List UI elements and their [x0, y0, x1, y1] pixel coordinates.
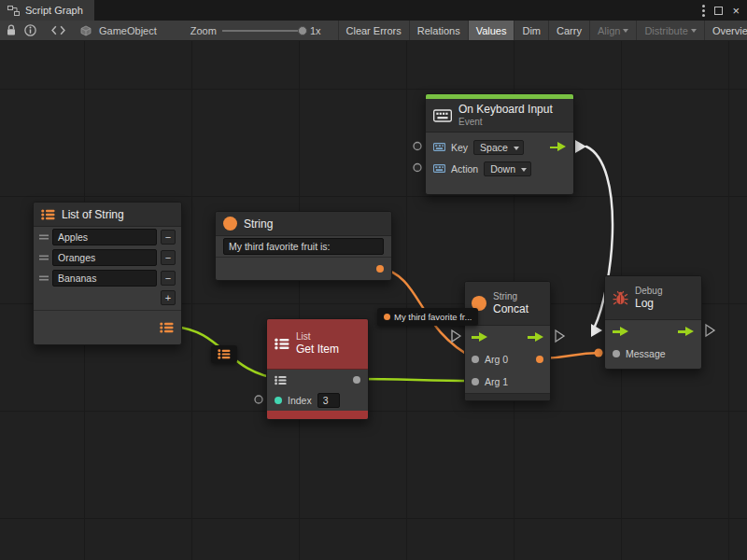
node-header[interactable]: List of String: [34, 203, 181, 227]
node-header[interactable]: On Keyboard Input Event: [426, 99, 573, 133]
node-list-of-string[interactable]: List of String − − − +: [33, 202, 182, 345]
align-button[interactable]: Align: [589, 21, 636, 40]
zoom-label: Zoom: [190, 25, 217, 36]
tab-title: Script Graph: [25, 5, 83, 16]
flow-out-icon[interactable]: [678, 327, 694, 337]
gameobject-icon: [80, 25, 92, 36]
lock-icon[interactable]: [6, 24, 17, 36]
list-item-input[interactable]: [52, 249, 157, 266]
node-header[interactable]: String: [216, 212, 391, 236]
dim-button[interactable]: Dim: [514, 21, 548, 40]
window-controls: ×: [702, 0, 747, 21]
arg0-label: Arg 0: [485, 354, 508, 365]
node-header[interactable]: List Get Item: [267, 319, 368, 370]
node-header[interactable]: Debug Log: [605, 276, 701, 320]
node-title: List of String: [62, 208, 124, 221]
arg1-label: Arg 1: [485, 376, 508, 387]
string-value-row: [216, 236, 391, 257]
node-title: String: [244, 217, 273, 231]
list-item-row: −: [34, 268, 181, 288]
string-value-text: My third favorite fr...: [394, 312, 472, 322]
flow-row: [465, 326, 550, 348]
flow-in-icon[interactable]: [613, 327, 628, 337]
add-item-row: +: [34, 288, 181, 307]
drag-handle-icon[interactable]: [39, 234, 49, 240]
key-dropdown[interactable]: Space: [473, 140, 524, 155]
list-item-row: −: [34, 227, 181, 247]
zoom-slider[interactable]: [222, 30, 304, 32]
gameobject-target-label[interactable]: GameObject: [99, 25, 157, 36]
node-debug-log[interactable]: Debug Log Message: [604, 275, 702, 370]
maximize-icon[interactable]: [714, 7, 723, 15]
carry-button[interactable]: Carry: [548, 21, 589, 40]
arg1-input-port[interactable]: [472, 378, 479, 385]
list-item-input[interactable]: [52, 229, 157, 245]
message-row: Message: [605, 343, 701, 365]
values-button[interactable]: Values: [468, 21, 514, 40]
tab-script-graph[interactable]: Script Graph: [0, 0, 94, 21]
node-category: Debug: [635, 286, 662, 297]
add-item-button[interactable]: +: [161, 290, 176, 305]
index-input-port[interactable]: [275, 397, 282, 404]
node-get-item[interactable]: List Get Item Index: [266, 318, 369, 420]
drag-handle-icon[interactable]: [39, 275, 49, 281]
message-label: Message: [626, 348, 666, 359]
node-title: Log: [635, 297, 662, 310]
chevron-down-icon: [691, 29, 697, 33]
unity-script-graph-window: Script Graph × GameObject Zoom 1x: [0, 0, 747, 560]
code-view-icon[interactable]: [51, 25, 65, 35]
zoom-control: Zoom 1x: [190, 25, 321, 36]
list-icon: [218, 349, 231, 359]
string-output-port[interactable]: [376, 265, 384, 273]
distribute-button[interactable]: Distribute: [636, 21, 703, 40]
list-value-badge: [211, 345, 237, 363]
key-label: Key: [451, 142, 468, 153]
node-concat[interactable]: String Concat Arg 0 Arg 1: [464, 281, 551, 401]
node-title: Concat: [493, 302, 529, 315]
string-type-icon: [223, 217, 237, 231]
string-value-input[interactable]: [223, 238, 384, 255]
key-row: Key Space: [426, 136, 573, 158]
list-output-port[interactable]: [160, 322, 174, 333]
flow-in-icon[interactable]: [472, 332, 487, 343]
action-row: Action Down: [426, 158, 573, 179]
arg0-input-port[interactable]: [472, 356, 479, 363]
remove-item-button[interactable]: −: [161, 250, 176, 265]
action-dropdown[interactable]: Down: [484, 161, 531, 176]
result-output-port[interactable]: [536, 356, 543, 363]
close-icon[interactable]: ×: [732, 5, 740, 17]
node-string-literal[interactable]: String: [215, 211, 392, 281]
index-input[interactable]: [317, 393, 340, 408]
arg0-row: Arg 0: [465, 348, 550, 371]
clear-errors-button[interactable]: Clear Errors: [338, 21, 409, 40]
node-title: Get Item: [296, 343, 339, 356]
titlebar: Script Graph ×: [0, 0, 747, 21]
node-on-keyboard-input[interactable]: On Keyboard Input Event Key Space Action…: [425, 93, 574, 195]
message-input-port[interactable]: [613, 350, 620, 357]
relations-button[interactable]: Relations: [409, 21, 468, 40]
remove-item-button[interactable]: −: [161, 230, 176, 245]
drag-handle-icon[interactable]: [39, 255, 49, 260]
keyboard-icon: [433, 109, 452, 122]
trigger-flow-out-icon[interactable]: [550, 142, 566, 152]
item-output-port[interactable]: [353, 376, 360, 384]
info-icon[interactable]: [24, 24, 36, 36]
zoom-slider-knob[interactable]: [298, 26, 307, 35]
list-input-row: [267, 370, 368, 390]
list-output-row: [34, 311, 181, 344]
flow-out-icon[interactable]: [528, 332, 543, 343]
overview-button[interactable]: Overview: [704, 21, 747, 40]
index-label: Index: [288, 395, 312, 406]
node-subtitle: Event: [458, 117, 553, 128]
keycode-icon: [433, 164, 445, 173]
list-input-port[interactable]: [275, 375, 287, 385]
node-footer: [465, 393, 550, 400]
index-row: Index: [267, 390, 368, 411]
keycode-icon: [433, 143, 445, 151]
zoom-value: 1x: [310, 25, 321, 36]
node-body: Message: [605, 320, 701, 369]
flow-row: [605, 320, 701, 343]
window-menu-icon[interactable]: [702, 5, 705, 17]
list-item-input[interactable]: [52, 270, 157, 287]
remove-item-button[interactable]: −: [161, 271, 176, 286]
